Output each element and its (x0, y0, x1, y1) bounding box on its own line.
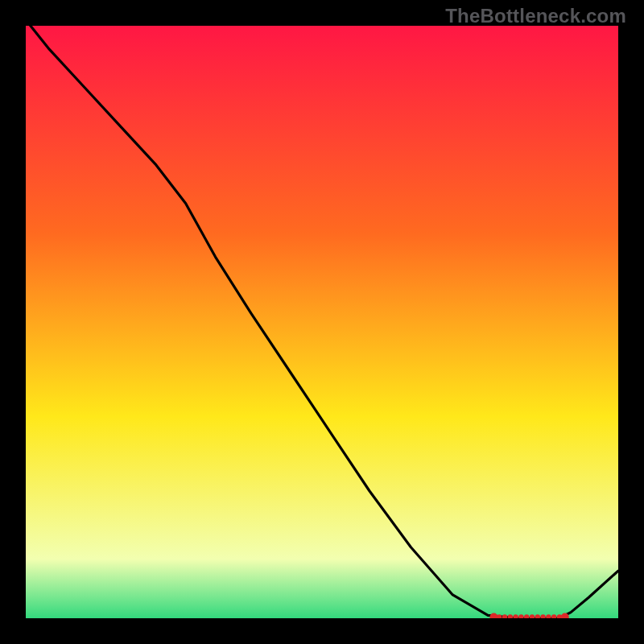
watermark-text: TheBottleneck.com (445, 5, 626, 27)
plot-background (26, 26, 618, 618)
plot-svg (26, 26, 618, 618)
plot-area (26, 26, 618, 618)
chart-container: TheBottleneck.com (0, 0, 644, 644)
